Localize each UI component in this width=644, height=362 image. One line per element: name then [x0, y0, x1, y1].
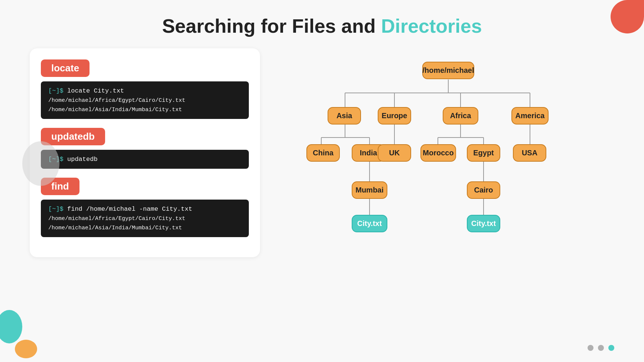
- node-usa: USA: [513, 144, 546, 162]
- locate-output-1: /home/michael/Africa/Egypt/Cairo/City.tx…: [48, 97, 241, 104]
- dot-2[interactable]: [598, 345, 604, 351]
- node-america: America: [511, 107, 549, 125]
- deco-bottom-left-orange: [15, 340, 37, 358]
- locate-command: locate City.txt: [67, 87, 124, 94]
- updatedb-command: updatedb: [67, 156, 98, 163]
- node-europe: Europe: [378, 107, 411, 125]
- locate-output-2: /home/michael/Asia/India/Mumbai/City.txt: [48, 107, 241, 113]
- main-layout: locate [~]$ locate City.txt /home/michae…: [0, 45, 644, 260]
- updatedb-label: updatedb: [41, 128, 105, 145]
- find-output-1: /home/michael/Africa/Egypt/Cairo/City.tx…: [48, 216, 241, 222]
- locate-terminal: [~]$ locate City.txt /home/michael/Afric…: [41, 81, 249, 119]
- find-terminal: [~]$ find /home/michael -name City.txt /…: [41, 200, 249, 237]
- find-command: find /home/michael -name City.txt: [67, 206, 192, 213]
- deco-bottom-left-teal: [0, 310, 22, 343]
- find-prompt: [~]$: [48, 206, 64, 213]
- node-city-txt-mumbai: City.txt: [352, 215, 387, 232]
- title-highlight: Directories: [381, 15, 482, 37]
- node-egypt: Egypt: [467, 144, 500, 162]
- node-asia: Asia: [328, 107, 361, 125]
- updatedb-terminal: [~]$ updatedb: [41, 150, 249, 169]
- locate-label: locate: [41, 59, 90, 77]
- dot-3[interactable]: [608, 345, 614, 351]
- node-mumbai: Mumbai: [352, 181, 387, 199]
- pagination-dots: [588, 345, 614, 351]
- deco-left-gray: [22, 141, 59, 186]
- right-panel: /home/michael Asia Europe Africa America…: [275, 48, 622, 260]
- tree-wrapper: /home/michael Asia Europe Africa America…: [315, 52, 582, 260]
- locate-section: locate [~]$ locate City.txt /home/michae…: [41, 59, 249, 119]
- node-root: /home/michael: [422, 62, 474, 79]
- updatedb-section: updatedb [~]$ updatedb: [41, 128, 249, 169]
- node-morocco: Morocco: [420, 144, 456, 162]
- page-title: Searching for Files and Directories: [0, 15, 644, 37]
- node-uk: UK: [378, 144, 411, 162]
- node-china: China: [306, 144, 340, 162]
- dot-1[interactable]: [588, 345, 593, 351]
- title-plain: Searching for Files and: [162, 15, 375, 37]
- find-output-2: /home/michael/Asia/India/Mumbai/City.txt: [48, 225, 241, 231]
- deco-top-right: [611, 0, 644, 33]
- find-section: find [~]$ find /home/michael -name City.…: [41, 178, 249, 237]
- title-area: Searching for Files and Directories: [0, 0, 644, 45]
- locate-prompt: [~]$: [48, 87, 64, 94]
- left-panel: locate [~]$ locate City.txt /home/michae…: [30, 48, 260, 257]
- node-city-txt-cairo: City.txt: [467, 215, 500, 232]
- node-africa: Africa: [443, 107, 478, 125]
- node-cairo: Cairo: [467, 181, 500, 199]
